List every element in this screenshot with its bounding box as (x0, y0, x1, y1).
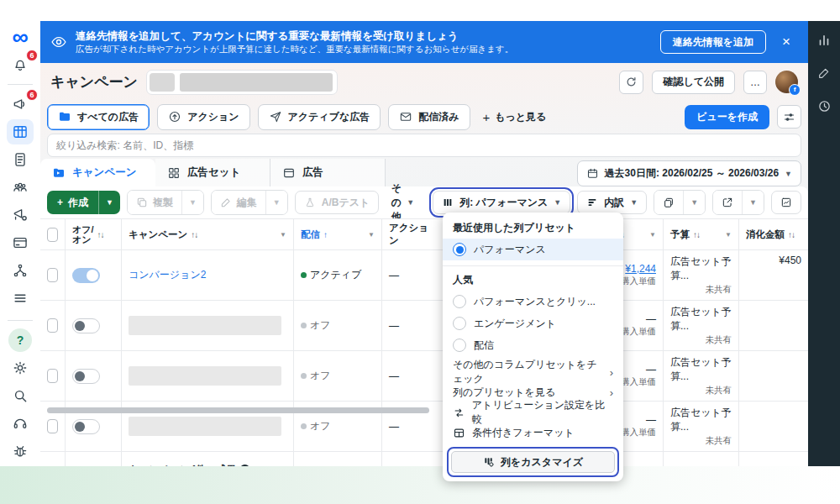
billing-nav-button[interactable] (7, 230, 34, 255)
budget-sub-label: 未共有 (706, 284, 732, 296)
budget-label: 広告セット予算... (670, 406, 732, 434)
export-button[interactable] (713, 191, 742, 214)
campaign-toggle-off[interactable] (72, 369, 100, 384)
radio-icon (453, 295, 466, 308)
tab-ad-sets[interactable]: 広告セット (155, 159, 270, 186)
duplicate-label: 複製 (153, 196, 173, 210)
row-checkbox[interactable] (47, 419, 58, 433)
create-button[interactable]: + 作成 (47, 191, 98, 214)
insights-panel-button[interactable] (813, 29, 835, 51)
close-banner-button[interactable]: × (774, 34, 798, 50)
reports-nav-button[interactable] (7, 147, 34, 172)
chevron-right-icon: › (610, 366, 613, 379)
chevron-down-icon: ▼ (407, 198, 414, 207)
columns-preset-button[interactable]: 列: パフォーマンス ▼ (433, 191, 570, 214)
campaign-toggle-on[interactable] (72, 268, 100, 283)
preset-option-performance-clicks[interactable]: パフォーマンスとクリッ... (443, 291, 623, 312)
page-background-glow (0, 466, 840, 504)
notification-banner: 連絡先情報を追加して、アカウントに関する重要な最新情報を受け取りましょう 広告が… (40, 21, 808, 63)
campaigns-nav-button[interactable] (7, 119, 34, 144)
header-spend[interactable]: 消化金額 ↑↓ (739, 219, 808, 249)
compare-attribution-item[interactable]: アトリビューション設定を比較 (443, 402, 623, 423)
user-avatar[interactable]: f (775, 71, 798, 93)
campaign-name-link[interactable]: コンバージョン2 (129, 268, 206, 282)
campaign-name-cell (122, 301, 294, 350)
horizontal-scrollbar[interactable] (47, 407, 429, 413)
tab-ads[interactable]: 広告 (270, 159, 386, 186)
filter-caret-icon[interactable]: ▼ (368, 231, 375, 239)
tab-campaigns[interactable]: キャンペーン (40, 159, 155, 186)
columns-icon (442, 197, 454, 208)
edit-label: 編集 (237, 196, 257, 210)
create-view-button[interactable]: ビューを作成 (685, 105, 769, 129)
edit-panel-button[interactable] (813, 62, 835, 84)
duplicate-button[interactable]: 複製 (128, 191, 181, 214)
more-options-button[interactable]: … (743, 71, 767, 94)
review-publish-button[interactable]: 確認して公開 (652, 71, 735, 94)
filter-tab-active-ads[interactable]: アクティブな広告 (258, 104, 381, 130)
support-button[interactable] (7, 411, 34, 436)
filter-caret-icon[interactable]: ▼ (280, 231, 286, 239)
banner-text: 連絡先情報を追加して、アカウントに関する重要な最新情報を受け取りましょう 広告が… (76, 29, 652, 55)
reports-dropdown-button[interactable]: ▼ (683, 191, 705, 214)
help-button[interactable]: ? (7, 328, 34, 353)
select-all-checkbox[interactable] (47, 228, 58, 242)
charts-panel-button[interactable] (771, 191, 801, 214)
row-checkbox[interactable] (47, 369, 58, 383)
plus-icon: + (57, 197, 63, 208)
check-other-presets-item[interactable]: その他のコラムプリセットをチェック › (443, 362, 623, 382)
filter-tab-actions[interactable]: アクション (157, 104, 249, 130)
create-button-group: + 作成 ▼ (47, 191, 120, 214)
refresh-button[interactable] (619, 71, 643, 94)
see-more-filters-button[interactable]: + もっと見る (478, 110, 552, 124)
preset-option-engagement[interactable]: エンゲージメント (443, 312, 623, 334)
duplicate-dropdown-button[interactable]: ▼ (181, 191, 203, 214)
header-delivery[interactable]: 配信 ↑ ▼ (294, 219, 382, 249)
create-dropdown-button[interactable]: ▼ (98, 191, 120, 214)
reports-button[interactable] (654, 191, 683, 214)
header-campaign[interactable]: キャンペーン ↑↓ ▼ (122, 219, 294, 249)
search-nav-button[interactable] (7, 383, 34, 408)
menu-icon (12, 290, 29, 307)
header-budget[interactable]: 予算 ↑↓ ▼ (664, 219, 739, 249)
filter-tab-label: アクティブな広告 (288, 110, 370, 124)
filter-tab-all-ads[interactable]: すべての広告 (47, 104, 150, 130)
customize-columns-button[interactable]: 列をカスタマイズ (451, 451, 615, 473)
row-checkbox[interactable] (47, 268, 58, 282)
edit-dropdown-button[interactable]: ▼ (265, 191, 287, 214)
filter-search-input[interactable] (47, 134, 801, 157)
preset-option-delivery[interactable]: 配信 (443, 334, 623, 356)
header-on-off[interactable]: オフ/オン ↑↓ (66, 219, 122, 249)
view-settings-button[interactable] (777, 105, 801, 129)
filter-caret-icon[interactable]: ▼ (725, 231, 732, 239)
campaign-toggle-off[interactable] (72, 318, 100, 333)
filter-tab-delivered[interactable]: 配信済み (388, 104, 470, 130)
breakdown-button[interactable]: 内訳 ▼ (577, 191, 647, 214)
preset-option-performance[interactable]: パフォーマンス (443, 239, 623, 260)
campaign-toggle-off[interactable] (72, 419, 100, 434)
edit-button[interactable]: 編集 (212, 191, 265, 214)
export-dropdown-button[interactable]: ▼ (742, 191, 764, 214)
date-range-button[interactable]: 過去30日間: 2026/02/25 ～ 2026/03/26 ▼ (577, 160, 801, 186)
ads-settings-nav-button[interactable] (7, 202, 34, 228)
all-tools-button[interactable] (7, 286, 34, 311)
facebook-badge-icon: f (789, 84, 801, 96)
notifications-button[interactable]: 6 (7, 52, 34, 77)
filter-tab-label: 配信済み (418, 110, 459, 124)
history-panel-button[interactable] (813, 95, 835, 117)
report-bug-button[interactable] (7, 438, 34, 464)
account-selector[interactable] (146, 70, 338, 95)
settings-button[interactable] (7, 355, 34, 381)
more-tools-button[interactable]: その他 ▼ (386, 191, 419, 214)
sort-asc-icon: ↑ (323, 230, 327, 239)
row-checkbox[interactable] (47, 318, 58, 333)
ab-test-button[interactable]: A/Bテスト (295, 191, 380, 214)
add-contact-info-button[interactable]: 連絡先情報を追加 (660, 30, 766, 54)
filter-caret-icon[interactable]: ▼ (649, 231, 656, 239)
banner-title: 連絡先情報を追加して、アカウントに関する重要な最新情報を受け取りましょう (76, 29, 652, 43)
audiences-nav-button[interactable] (7, 175, 34, 200)
announcements-button[interactable]: 6 (7, 92, 34, 117)
assets-nav-button[interactable] (7, 258, 34, 283)
conditional-format-label: 条件付きフォーマット (472, 426, 575, 440)
header-action[interactable]: アクション (382, 219, 445, 249)
